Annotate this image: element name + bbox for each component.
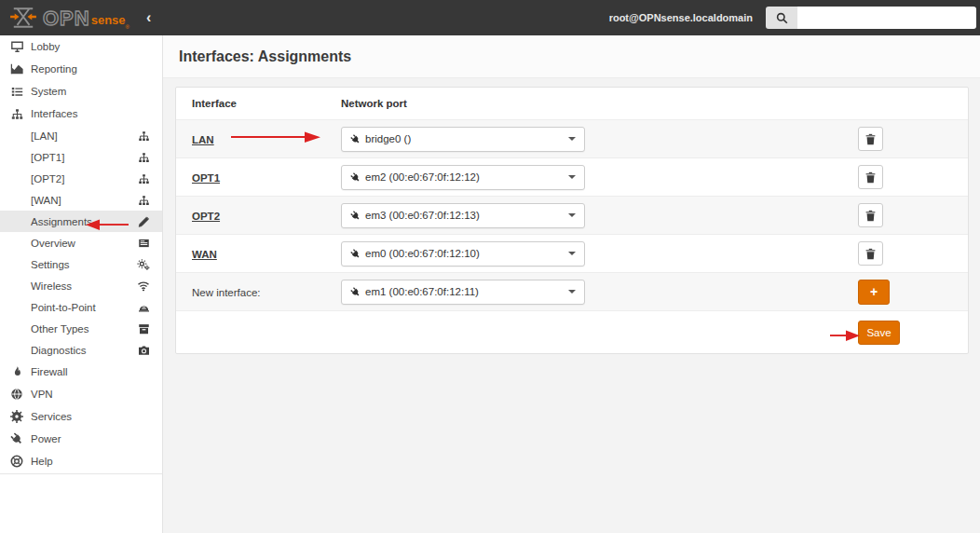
sidebar-item-services[interactable]: Services <box>0 405 162 428</box>
opnsense-screen: OPNsense® ‹ root@OPNsense.localdomain Lo… <box>0 0 980 533</box>
sidebar-item-label: Lobby <box>31 41 60 52</box>
sidebar-item-label: Reporting <box>31 63 77 75</box>
interface-link-opt1[interactable]: OPT1 <box>192 172 220 184</box>
interface-link-wan[interactable]: WAN <box>192 249 217 260</box>
sidebar-item-settings[interactable]: Settings <box>0 253 162 275</box>
cogs-icon <box>137 258 150 270</box>
network-port-select-opt2[interactable]: em3 (00:e0:67:0f:12:13) <box>341 203 585 228</box>
delete-interface-button[interactable] <box>858 203 883 227</box>
sidebar-item-label: Other Types <box>31 323 88 335</box>
sidebar-item-overview[interactable]: Overview <box>0 232 162 253</box>
sidebar-item-label: Diagnostics <box>31 345 86 356</box>
area-chart-icon <box>9 62 24 75</box>
sidebar-bottom-divider <box>0 473 162 474</box>
sidebar-item-label: Assignments <box>31 216 92 227</box>
global-search <box>766 7 976 29</box>
sidebar-item-label: [WAN] <box>31 195 61 206</box>
opnsense-logo[interactable]: OPNsense® <box>9 6 129 30</box>
delete-interface-button[interactable] <box>858 241 883 266</box>
page-title: Interfaces: Assignments <box>179 48 351 65</box>
brand-registered-mark: ® <box>126 24 129 30</box>
sidebar-item-point-to-point[interactable]: Point-to-Point <box>0 296 162 318</box>
chevron-down-icon <box>568 213 576 217</box>
sidebar-item-label: Help <box>31 456 53 467</box>
delete-interface-button[interactable] <box>858 127 883 151</box>
sidebar-item-label: Settings <box>31 259 70 270</box>
sidebar-item-system[interactable]: System <box>0 80 162 102</box>
sidebar-item-label: Services <box>31 411 72 422</box>
add-interface-button[interactable]: + <box>858 280 890 305</box>
modem-icon <box>138 302 150 312</box>
search-input[interactable] <box>797 7 976 29</box>
brand-sense: sense <box>91 11 126 30</box>
sidebar-item-label: Firewall <box>31 366 68 377</box>
sidebar-item-firewall[interactable]: Firewall <box>0 361 162 383</box>
search-icon <box>766 7 797 29</box>
sidebar-item-label: [OPT1] <box>31 152 64 163</box>
plug-icon <box>9 432 24 445</box>
sidebar-nav: Lobby Reporting System Interfaces [LAN] … <box>0 35 163 533</box>
sidebar-item-label: System <box>31 86 66 97</box>
sitemap-icon <box>138 130 150 142</box>
plug-icon <box>348 246 363 261</box>
sidebar-item-label: Overview <box>31 238 75 249</box>
sidebar-item-power[interactable]: Power <box>0 428 162 450</box>
table-row: New interface: em1 (00:e0:67:0f:12:11) + <box>176 272 968 310</box>
selected-port-label: em1 (00:e0:67:0f:12:11) <box>365 286 568 297</box>
life-ring-icon <box>9 455 24 468</box>
sidebar-item-help[interactable]: Help <box>0 450 162 472</box>
sitemap-icon <box>9 108 24 120</box>
sidebar-item-label: Point-to-Point <box>31 302 96 313</box>
network-port-select-opt1[interactable]: em2 (00:e0:67:0f:12:12) <box>341 165 585 190</box>
interface-link-lan[interactable]: LAN <box>192 134 214 145</box>
sidebar-item-reporting[interactable]: Reporting <box>0 58 162 80</box>
content-header: Interfaces: Assignments <box>163 35 980 78</box>
chevron-down-icon <box>568 175 576 179</box>
sidebar-item-label: Power <box>31 433 61 444</box>
save-row: Save <box>176 310 968 353</box>
plug-icon <box>348 131 363 146</box>
plug-icon <box>348 284 363 299</box>
network-port-select-wan[interactable]: em0 (00:e0:67:0f:12:10) <box>341 241 585 266</box>
selected-port-label: em2 (00:e0:67:0f:12:12) <box>365 171 568 183</box>
sidebar-item-wan[interactable]: [WAN] <box>0 189 162 211</box>
plug-icon <box>348 208 363 223</box>
top-header: OPNsense® ‹ root@OPNsense.localdomain <box>0 0 980 35</box>
sidebar-collapse-icon[interactable]: ‹ <box>146 11 151 24</box>
sidebar-item-opt1[interactable]: [OPT1] <box>0 146 162 168</box>
archive-icon <box>138 323 150 335</box>
sitemap-icon <box>138 152 150 163</box>
sidebar-item-vpn[interactable]: VPN <box>0 383 162 405</box>
table-row: LAN bridge0 () <box>176 119 968 157</box>
main-content: Interfaces: Assignments Interface Networ… <box>163 35 980 533</box>
table-row: OPT1 em2 (00:e0:67:0f:12:12) <box>176 157 968 196</box>
interface-link-opt2[interactable]: OPT2 <box>192 211 220 222</box>
sidebar-item-label: [LAN] <box>31 130 58 142</box>
assignments-panel: Interface Network port LAN bridge0 () <box>175 87 969 354</box>
logged-in-user[interactable]: root@OPNsense.localdomain <box>609 12 753 23</box>
table-row: OPT2 em3 (00:e0:67:0f:12:13) <box>176 196 968 234</box>
sidebar-item-lan[interactable]: [LAN] <box>0 125 162 146</box>
sidebar-item-diagnostics[interactable]: Diagnostics <box>0 339 162 361</box>
sidebar-item-wireless[interactable]: Wireless <box>0 275 162 296</box>
selected-port-label: bridge0 () <box>365 133 568 144</box>
column-header-network-port: Network port <box>341 98 858 109</box>
save-button[interactable]: Save <box>858 321 900 345</box>
wifi-icon <box>137 280 150 291</box>
sidebar-item-lobby[interactable]: Lobby <box>0 35 162 58</box>
desktop-icon <box>9 40 24 53</box>
sitemap-icon <box>138 195 150 206</box>
selected-port-label: em0 (00:e0:67:0f:12:10) <box>365 248 568 259</box>
network-port-select-new[interactable]: em1 (00:e0:67:0f:12:11) <box>341 280 585 305</box>
table-row: WAN em0 (00:e0:67:0f:12:10) <box>176 234 968 272</box>
delete-interface-button[interactable] <box>858 165 883 189</box>
sidebar-item-assignments[interactable]: Assignments <box>0 211 162 232</box>
sidebar-item-other-types[interactable]: Other Types <box>0 318 162 339</box>
column-header-interface: Interface <box>176 98 341 109</box>
network-port-select-lan[interactable]: bridge0 () <box>341 127 585 152</box>
sidebar-item-opt2[interactable]: [OPT2] <box>0 168 162 189</box>
opnsense-logo-icon <box>9 6 37 30</box>
sidebar-item-interfaces[interactable]: Interfaces <box>0 102 162 125</box>
selected-port-label: em3 (00:e0:67:0f:12:13) <box>365 210 568 221</box>
sidebar-item-label: Interfaces <box>31 108 78 119</box>
